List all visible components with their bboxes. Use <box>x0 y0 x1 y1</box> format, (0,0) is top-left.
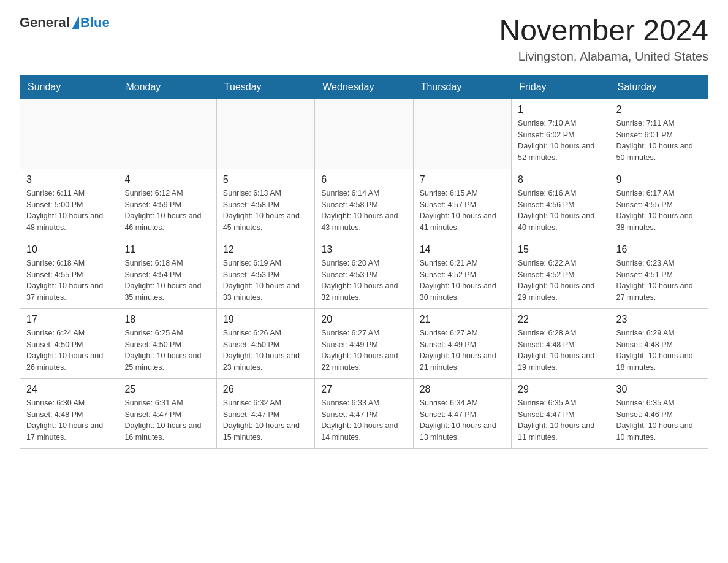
day-number: 1 <box>518 104 603 115</box>
day-info: Sunrise: 6:32 AMSunset: 4:47 PMDaylight:… <box>223 397 308 443</box>
weekday-header-saturday: Saturday <box>610 75 708 99</box>
calendar-cell: 27Sunrise: 6:33 AMSunset: 4:47 PMDayligh… <box>315 378 413 448</box>
day-number: 2 <box>616 104 702 115</box>
logo-blue-text: Blue <box>80 15 110 31</box>
day-number: 29 <box>518 384 603 395</box>
calendar-cell: 10Sunrise: 6:18 AMSunset: 4:55 PMDayligh… <box>20 239 118 308</box>
day-number: 10 <box>26 244 112 255</box>
day-number: 8 <box>518 174 603 185</box>
week-row-5: 24Sunrise: 6:30 AMSunset: 4:48 PMDayligh… <box>20 378 708 448</box>
calendar-cell: 4Sunrise: 6:12 AMSunset: 4:59 PMDaylight… <box>118 169 216 239</box>
day-info: Sunrise: 6:19 AMSunset: 4:53 PMDaylight:… <box>223 258 308 304</box>
day-number: 12 <box>223 244 308 255</box>
calendar-cell: 21Sunrise: 6:27 AMSunset: 4:49 PMDayligh… <box>413 308 511 378</box>
day-number: 4 <box>124 174 210 185</box>
calendar-cell: 6Sunrise: 6:14 AMSunset: 4:58 PMDaylight… <box>315 169 413 239</box>
calendar-cell: 9Sunrise: 6:17 AMSunset: 4:55 PMDaylight… <box>610 169 708 239</box>
calendar-cell: 26Sunrise: 6:32 AMSunset: 4:47 PMDayligh… <box>216 378 314 448</box>
calendar-table: SundayMondayTuesdayWednesdayThursdayFrid… <box>20 75 708 449</box>
day-info: Sunrise: 6:27 AMSunset: 4:49 PMDaylight:… <box>420 327 505 373</box>
calendar-cell: 20Sunrise: 6:27 AMSunset: 4:49 PMDayligh… <box>315 308 413 378</box>
day-info: Sunrise: 7:10 AMSunset: 6:02 PMDaylight:… <box>518 118 603 164</box>
logo-general-text: General <box>20 15 70 31</box>
week-row-4: 17Sunrise: 6:24 AMSunset: 4:50 PMDayligh… <box>20 308 708 378</box>
day-number: 11 <box>124 244 210 255</box>
day-info: Sunrise: 6:15 AMSunset: 4:57 PMDaylight:… <box>420 188 505 234</box>
day-number: 9 <box>616 174 702 185</box>
day-number: 6 <box>321 174 406 185</box>
day-number: 23 <box>616 314 702 325</box>
calendar-cell: 22Sunrise: 6:28 AMSunset: 4:48 PMDayligh… <box>512 308 610 378</box>
day-info: Sunrise: 6:29 AMSunset: 4:48 PMDaylight:… <box>616 327 702 373</box>
day-info: Sunrise: 6:16 AMSunset: 4:56 PMDaylight:… <box>518 188 603 234</box>
calendar-cell: 15Sunrise: 6:22 AMSunset: 4:52 PMDayligh… <box>512 239 610 308</box>
day-info: Sunrise: 7:11 AMSunset: 6:01 PMDaylight:… <box>616 118 702 164</box>
week-row-3: 10Sunrise: 6:18 AMSunset: 4:55 PMDayligh… <box>20 239 708 308</box>
calendar-cell: 25Sunrise: 6:31 AMSunset: 4:47 PMDayligh… <box>118 378 216 448</box>
calendar-cell: 13Sunrise: 6:20 AMSunset: 4:53 PMDayligh… <box>315 239 413 308</box>
day-info: Sunrise: 6:23 AMSunset: 4:51 PMDaylight:… <box>616 258 702 304</box>
weekday-header-monday: Monday <box>118 75 216 99</box>
day-number: 16 <box>616 244 702 255</box>
weekday-header-friday: Friday <box>512 75 610 99</box>
day-info: Sunrise: 6:35 AMSunset: 4:47 PMDaylight:… <box>518 397 603 443</box>
day-info: Sunrise: 6:31 AMSunset: 4:47 PMDaylight:… <box>124 397 210 443</box>
day-info: Sunrise: 6:35 AMSunset: 4:46 PMDaylight:… <box>616 397 702 443</box>
day-number: 17 <box>26 314 112 325</box>
day-number: 27 <box>321 384 406 395</box>
day-number: 13 <box>321 244 406 255</box>
day-number: 25 <box>124 384 210 395</box>
calendar-cell: 17Sunrise: 6:24 AMSunset: 4:50 PMDayligh… <box>20 308 118 378</box>
calendar-cell: 3Sunrise: 6:11 AMSunset: 5:00 PMDaylight… <box>20 169 118 239</box>
day-info: Sunrise: 6:18 AMSunset: 4:55 PMDaylight:… <box>26 258 112 304</box>
weekday-header-thursday: Thursday <box>413 75 511 99</box>
day-number: 30 <box>616 384 702 395</box>
calendar-cell: 11Sunrise: 6:18 AMSunset: 4:54 PMDayligh… <box>118 239 216 308</box>
week-row-2: 3Sunrise: 6:11 AMSunset: 5:00 PMDaylight… <box>20 169 708 239</box>
calendar-cell: 1Sunrise: 7:10 AMSunset: 6:02 PMDaylight… <box>512 99 610 169</box>
calendar-cell <box>413 99 511 169</box>
day-info: Sunrise: 6:28 AMSunset: 4:48 PMDaylight:… <box>518 327 603 373</box>
day-info: Sunrise: 6:12 AMSunset: 4:59 PMDaylight:… <box>124 188 210 234</box>
calendar-cell: 8Sunrise: 6:16 AMSunset: 4:56 PMDaylight… <box>512 169 610 239</box>
calendar-cell: 28Sunrise: 6:34 AMSunset: 4:47 PMDayligh… <box>413 378 511 448</box>
day-number: 3 <box>26 174 112 185</box>
calendar-cell: 12Sunrise: 6:19 AMSunset: 4:53 PMDayligh… <box>216 239 314 308</box>
calendar-cell: 18Sunrise: 6:25 AMSunset: 4:50 PMDayligh… <box>118 308 216 378</box>
day-number: 28 <box>420 384 505 395</box>
page-header: General Blue November 2024 Livingston, A… <box>20 15 708 64</box>
day-info: Sunrise: 6:25 AMSunset: 4:50 PMDaylight:… <box>124 327 210 373</box>
calendar-cell: 16Sunrise: 6:23 AMSunset: 4:51 PMDayligh… <box>610 239 708 308</box>
title-section: November 2024 Livingston, Alabama, Unite… <box>499 15 708 64</box>
day-info: Sunrise: 6:13 AMSunset: 4:58 PMDaylight:… <box>223 188 308 234</box>
day-info: Sunrise: 6:22 AMSunset: 4:52 PMDaylight:… <box>518 258 603 304</box>
calendar-cell: 14Sunrise: 6:21 AMSunset: 4:52 PMDayligh… <box>413 239 511 308</box>
day-number: 15 <box>518 244 603 255</box>
calendar-cell: 30Sunrise: 6:35 AMSunset: 4:46 PMDayligh… <box>610 378 708 448</box>
day-number: 18 <box>124 314 210 325</box>
day-info: Sunrise: 6:11 AMSunset: 5:00 PMDaylight:… <box>26 188 112 234</box>
calendar-cell: 2Sunrise: 7:11 AMSunset: 6:01 PMDaylight… <box>610 99 708 169</box>
month-title: November 2024 <box>499 15 708 47</box>
calendar-cell <box>20 99 118 169</box>
week-row-1: 1Sunrise: 7:10 AMSunset: 6:02 PMDaylight… <box>20 99 708 169</box>
day-info: Sunrise: 6:34 AMSunset: 4:47 PMDaylight:… <box>420 397 505 443</box>
day-info: Sunrise: 6:14 AMSunset: 4:58 PMDaylight:… <box>321 188 406 234</box>
logo: General Blue <box>20 15 110 31</box>
day-number: 24 <box>26 384 112 395</box>
calendar-cell <box>315 99 413 169</box>
calendar-cell: 19Sunrise: 6:26 AMSunset: 4:50 PMDayligh… <box>216 308 314 378</box>
weekday-header-wednesday: Wednesday <box>315 75 413 99</box>
day-number: 22 <box>518 314 603 325</box>
calendar-cell: 23Sunrise: 6:29 AMSunset: 4:48 PMDayligh… <box>610 308 708 378</box>
calendar-cell: 24Sunrise: 6:30 AMSunset: 4:48 PMDayligh… <box>20 378 118 448</box>
day-info: Sunrise: 6:30 AMSunset: 4:48 PMDaylight:… <box>26 397 112 443</box>
day-info: Sunrise: 6:26 AMSunset: 4:50 PMDaylight:… <box>223 327 308 373</box>
day-info: Sunrise: 6:17 AMSunset: 4:55 PMDaylight:… <box>616 188 702 234</box>
weekday-header-sunday: Sunday <box>20 75 118 99</box>
calendar-cell: 7Sunrise: 6:15 AMSunset: 4:57 PMDaylight… <box>413 169 511 239</box>
day-number: 21 <box>420 314 505 325</box>
day-info: Sunrise: 6:18 AMSunset: 4:54 PMDaylight:… <box>124 258 210 304</box>
calendar-cell <box>216 99 314 169</box>
calendar-cell: 29Sunrise: 6:35 AMSunset: 4:47 PMDayligh… <box>512 378 610 448</box>
